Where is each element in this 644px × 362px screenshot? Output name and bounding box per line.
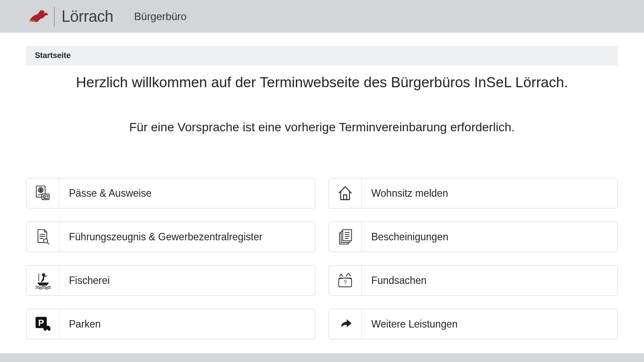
svg-point-30 xyxy=(48,328,51,331)
service-label: Bescheinigungen xyxy=(362,222,448,252)
forward-icon xyxy=(329,309,362,339)
services-grid: Pässe & Ausweise Wohnsitz melden xyxy=(26,178,618,339)
document-search-icon xyxy=(27,222,59,252)
service-passports[interactable]: Pässe & Ausweise xyxy=(26,178,315,208)
parking-icon: P xyxy=(27,309,59,339)
service-label: Wohnsitz melden xyxy=(362,178,448,208)
service-label: Führungszeugnis & Gewerbezentralregister xyxy=(59,222,263,252)
svg-point-29 xyxy=(44,328,47,331)
fishing-icon xyxy=(27,266,59,295)
main-content: Startseite Herzlich willkommen auf der T… xyxy=(0,33,644,339)
service-more[interactable]: Weitere Leistungen xyxy=(329,309,618,339)
svg-point-23 xyxy=(42,273,45,276)
page-subtitle: Für eine Vorsprache ist eine vorherige T… xyxy=(26,120,618,134)
passport-icon xyxy=(27,178,59,208)
logo[interactable]: Lörrach xyxy=(28,7,113,26)
header-section-title: Bürgerbüro xyxy=(134,10,187,23)
service-label: Weitere Leistungen xyxy=(362,309,458,339)
service-label: Fischerei xyxy=(59,266,110,295)
lost-found-icon: ? xyxy=(329,266,362,295)
svg-point-14 xyxy=(44,239,48,243)
svg-line-15 xyxy=(47,242,49,245)
footer xyxy=(0,353,644,362)
service-lost-found[interactable]: ? Fundsachen xyxy=(329,265,618,296)
service-residence[interactable]: Wohnsitz melden xyxy=(329,178,618,208)
svg-rect-18 xyxy=(343,230,352,241)
svg-rect-10 xyxy=(343,195,346,200)
service-label: Pässe & Ausweise xyxy=(59,178,151,208)
svg-text:?: ? xyxy=(343,279,346,286)
breadcrumb-label: Startseite xyxy=(35,51,71,60)
header: Lörrach Bürgerbüro xyxy=(0,0,644,33)
service-parking[interactable]: P Parken xyxy=(26,309,315,339)
service-fishing[interactable]: Fischerei xyxy=(26,265,315,296)
page-title: Herzlich willkommen auf der Terminwebsei… xyxy=(26,74,618,91)
service-label: Parken xyxy=(59,309,101,339)
service-certificates[interactable]: Bescheinigungen xyxy=(329,222,618,252)
svg-text:P: P xyxy=(38,318,44,328)
bird-icon xyxy=(28,8,49,25)
service-certificate-registry[interactable]: Führungszeugnis & Gewerbezentralregister xyxy=(26,222,315,252)
documents-icon xyxy=(329,222,362,252)
breadcrumb[interactable]: Startseite xyxy=(26,46,618,65)
logo-text: Lörrach xyxy=(62,7,113,26)
house-icon xyxy=(329,178,362,208)
logo-divider xyxy=(54,7,55,26)
service-label: Fundsachen xyxy=(362,266,427,295)
